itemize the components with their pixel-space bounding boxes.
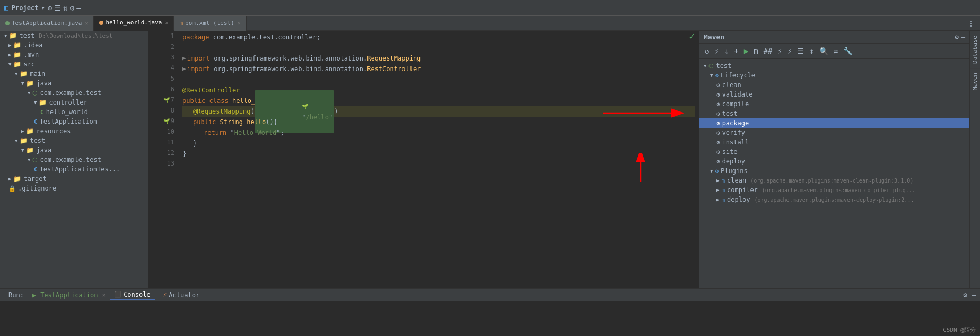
clean-icon: ⚙ bbox=[716, 82, 720, 89]
sidebar-item-package-test[interactable]: ▼ ⬡ com.example.test bbox=[0, 155, 148, 165]
code-editor[interactable]: 1 2 3 4 5 6 🌱7 8 🌱9 10 11 12 13 bbox=[148, 31, 699, 288]
maven-item-package[interactable]: ⚙ package bbox=[699, 118, 969, 128]
maven-sync-icon[interactable]: ⇌ bbox=[833, 46, 839, 56]
maven-item-verify[interactable]: ⚙ verify bbox=[699, 128, 969, 137]
maven-play-icon[interactable]: ▶ bbox=[743, 46, 749, 56]
tab-icon-pom: m bbox=[179, 20, 183, 27]
actuator-label: Actuator bbox=[169, 291, 199, 299]
kw-public-7: public bbox=[182, 96, 209, 106]
sidebar-item-package-main[interactable]: ▼ ⬡ com.example.test bbox=[0, 88, 148, 98]
maven-download-icon[interactable]: ↓ bbox=[723, 46, 730, 56]
plugin-clean-chevron: ▶ bbox=[716, 178, 719, 183]
add-module-icon[interactable]: ⊕ bbox=[48, 4, 52, 12]
side-tab-maven[interactable]: Maven bbox=[970, 68, 980, 94]
fold-icon-3[interactable]: ▶ bbox=[182, 53, 186, 64]
line-num-12: 12 bbox=[148, 148, 178, 158]
maven-item-site[interactable]: ⚙ site bbox=[699, 147, 969, 157]
sidebar-item-src[interactable]: ▼ 📁 src bbox=[0, 59, 148, 69]
code-lines[interactable]: ✓ package com.example.test.controller; ▶… bbox=[178, 31, 699, 288]
line-num-10: 10 bbox=[148, 126, 178, 137]
site-icon: ⚙ bbox=[716, 149, 720, 156]
tab-overflow-menu[interactable]: ⋮ bbox=[962, 19, 980, 28]
plugin-deploy-icon: m bbox=[721, 196, 725, 203]
run-app-name[interactable]: TestApplication bbox=[40, 291, 98, 299]
maven-item-test[interactable]: ⚙ test bbox=[699, 109, 969, 118]
root-path: D:\Download\test\test bbox=[39, 32, 112, 39]
maven-label-verify: verify bbox=[722, 129, 745, 136]
maven-title: Maven bbox=[704, 33, 724, 41]
maven-lifecycle-section[interactable]: ▼ ⚙ Lifecycle bbox=[699, 71, 969, 80]
paren-open-8: ( bbox=[250, 106, 254, 117]
tab-pom-xml[interactable]: m pom.xml (test) ✕ bbox=[174, 16, 246, 31]
line-num-4: 4 bbox=[148, 63, 178, 73]
maven-label-package: package bbox=[722, 119, 749, 127]
sidebar-item-mvn[interactable]: ▶ 📁 .mvn bbox=[0, 50, 148, 59]
root-label: test bbox=[19, 32, 34, 39]
maven-lightning2-icon[interactable]: ⚡ bbox=[786, 46, 793, 56]
maven-plugins-section[interactable]: ▼ ⚙ Plugins bbox=[699, 166, 969, 176]
maven-plugin-compiler[interactable]: ▶ m compiler (org.apache.maven.plugins:m… bbox=[699, 185, 969, 195]
compile-icon: ⚙ bbox=[716, 101, 720, 108]
tab-actuator[interactable]: ⚡ Actuator bbox=[159, 290, 204, 300]
maven-lightning-icon[interactable]: ⚡ bbox=[776, 46, 783, 56]
java-main-folder-icon: 📁 bbox=[26, 80, 34, 87]
maven-list-icon[interactable]: ☰ bbox=[796, 46, 805, 56]
bottom-minimize-icon[interactable]: — bbox=[972, 291, 976, 299]
maven-m-icon[interactable]: m bbox=[752, 46, 759, 56]
sidebar-item-java-test[interactable]: ▼ 📁 java bbox=[0, 145, 148, 155]
tab-test-application[interactable]: TestApplication.java ✕ bbox=[0, 16, 94, 31]
maven-hash-icon[interactable]: ## bbox=[763, 46, 774, 56]
settings-icon[interactable]: ⚙ bbox=[70, 4, 74, 12]
maven-refresh-icon[interactable]: ↺ bbox=[704, 46, 710, 56]
maven-minimize-icon[interactable]: — bbox=[961, 33, 965, 41]
tab-close-hello-world[interactable]: ✕ bbox=[165, 20, 168, 25]
tab-console[interactable]: ⬛ Console bbox=[110, 290, 155, 300]
sidebar-item-resources[interactable]: ▶ 📁 resources bbox=[0, 126, 148, 136]
maven-wrench-icon[interactable]: 🔧 bbox=[842, 46, 853, 56]
maven-settings-icon[interactable]: ⚙ bbox=[955, 33, 959, 41]
maven-label-site: site bbox=[722, 148, 738, 156]
maven-run-icon[interactable]: ⚡ bbox=[713, 46, 720, 56]
sidebar-item-test-application[interactable]: C TestApplication bbox=[0, 117, 148, 126]
method-parens-9: (){ bbox=[266, 117, 277, 127]
sidebar-label-test: test bbox=[30, 137, 45, 144]
sidebar-item-java-main[interactable]: ▼ 📁 java bbox=[0, 79, 148, 88]
tab-close-test-application[interactable]: ✕ bbox=[85, 20, 88, 26]
sidebar-root[interactable]: ▼ 📁 test D:\Download\test\test bbox=[0, 31, 148, 40]
sort-icon[interactable]: ⇅ bbox=[63, 4, 67, 12]
maven-item-deploy[interactable]: ⚙ deploy bbox=[699, 157, 969, 166]
maven-root[interactable]: ▼ ⬡ test bbox=[699, 61, 969, 71]
maven-plugin-deploy-label: deploy bbox=[727, 196, 750, 203]
structure-icon[interactable]: ☰ bbox=[54, 4, 61, 12]
line-num-5: 5 bbox=[148, 73, 178, 84]
maven-item-install[interactable]: ⚙ install bbox=[699, 137, 969, 147]
maven-root-label: test bbox=[716, 62, 731, 70]
maven-item-clean[interactable]: ⚙ clean bbox=[699, 80, 969, 90]
sidebar-item-hello-world[interactable]: C hello_world bbox=[0, 107, 148, 117]
run-app-icon: ▶ bbox=[32, 291, 36, 299]
sidebar-item-idea[interactable]: ▶ 📁 .idea bbox=[0, 40, 148, 50]
sidebar-item-test-application-test[interactable]: C TestApplicationTes... bbox=[0, 165, 148, 174]
title-dropdown-icon[interactable]: ▼ bbox=[41, 5, 44, 11]
sidebar-item-main[interactable]: ▼ 📁 main bbox=[0, 69, 148, 79]
sidebar-label-target: target bbox=[23, 175, 46, 183]
side-tab-database[interactable]: Database bbox=[970, 31, 980, 68]
maven-sort-icon[interactable]: ↕ bbox=[808, 46, 815, 56]
maven-item-compile[interactable]: ⚙ compile bbox=[699, 99, 969, 109]
tab-hello-world[interactable]: hello_world.java ✕ bbox=[94, 16, 174, 31]
tab-close-pom[interactable]: ✕ bbox=[238, 20, 241, 26]
bottom-settings-icon[interactable]: ⚙ bbox=[963, 291, 967, 299]
maven-add-icon[interactable]: + bbox=[733, 46, 739, 56]
minimize-icon[interactable]: — bbox=[76, 4, 81, 12]
sidebar-label-test-application-test: TestApplicationTes... bbox=[40, 166, 120, 173]
sidebar-item-target[interactable]: ▶ 📁 target bbox=[0, 174, 148, 184]
sidebar-item-controller[interactable]: ▼ 📁 controller bbox=[0, 98, 148, 107]
maven-search-icon[interactable]: 🔍 bbox=[818, 46, 829, 56]
maven-item-validate[interactable]: ⚙ validate bbox=[699, 90, 969, 99]
maven-plugin-clean[interactable]: ▶ m clean (org.apache.maven.plugins:mave… bbox=[699, 176, 969, 185]
sidebar-item-gitignore[interactable]: 🔒 .gitignore bbox=[0, 184, 148, 193]
fold-icon-4[interactable]: ▶ bbox=[182, 64, 186, 74]
maven-plugin-deploy[interactable]: ▶ m deploy (org.apache.maven.plugins:mav… bbox=[699, 195, 969, 204]
run-close-button[interactable]: ✕ bbox=[102, 291, 106, 298]
sidebar-item-test[interactable]: ▼ 📁 test bbox=[0, 136, 148, 145]
